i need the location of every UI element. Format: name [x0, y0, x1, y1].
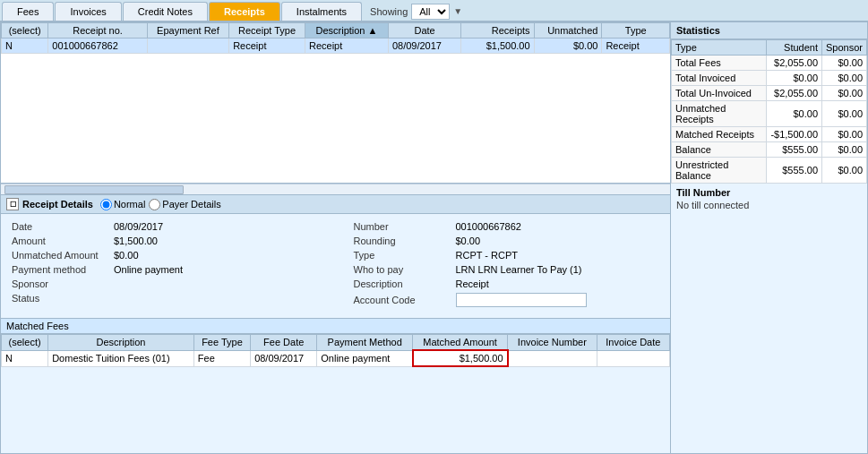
stats-label: Matched Receipts [672, 127, 767, 142]
mcol-desc[interactable]: Description [48, 335, 194, 351]
mcell-invoicedate [597, 350, 669, 366]
left-section: (select) Receipt no. Epayment Ref Receip… [0, 21, 671, 454]
cell-epayment [147, 39, 228, 54]
cell-unmatched: $0.00 [534, 39, 602, 54]
detail-status-label: Status [12, 293, 110, 304]
mcell-feedate: 08/09/2017 [251, 350, 317, 366]
cell-type: Receipt [602, 39, 670, 54]
mcol-feetype[interactable]: Fee Type [193, 335, 250, 351]
details-col-left: Date 08/09/2017 Amount $1,500.00 Unmatch… [12, 221, 318, 311]
tab-receipts[interactable]: Receipts [209, 2, 280, 21]
stats-row: Unrestricted Balance $555.00 $0.00 [672, 158, 867, 184]
detail-payment-row: Payment method Online payment [12, 264, 318, 275]
scroll-thumb[interactable] [4, 185, 184, 194]
cell-receipt-type: Receipt [229, 39, 305, 54]
mcell-invoice [508, 350, 597, 366]
detail-payment-label: Payment method [12, 264, 110, 275]
radio-payer-label[interactable]: Payer Details [149, 199, 220, 210]
detail-amount-row: Amount $1,500.00 [12, 236, 318, 246]
col-header-epayment[interactable]: Epayment Ref [147, 23, 228, 39]
mcell-select: N [2, 350, 48, 366]
detail-number-value: 001000667862 [456, 221, 521, 232]
detail-unmatched-value: $0.00 [114, 250, 139, 261]
detail-type-row: Type RCPT - RCPT [354, 250, 660, 261]
col-header-description[interactable]: Description ▲ [305, 23, 388, 39]
stats-row: Total Un-Invoiced $2,055.00 $0.00 [672, 86, 867, 101]
stats-col-sponsor: Sponsor [822, 40, 867, 56]
receipt-icon: ☐ [6, 198, 19, 210]
mcell-matched-amount: $1,500.00 [413, 350, 508, 366]
stats-row: Matched Receipts -$1,500.00 $0.00 [672, 127, 867, 142]
detail-amount-label: Amount [12, 236, 110, 246]
stats-student: $555.00 [767, 158, 822, 184]
detail-type-value: RCPT - RCPT [456, 250, 518, 261]
detail-account-input[interactable] [456, 293, 587, 307]
col-header-type[interactable]: Type [602, 23, 670, 39]
details-body: Date 08/09/2017 Amount $1,500.00 Unmatch… [1, 214, 670, 318]
mcol-payment[interactable]: Payment Method [317, 335, 413, 351]
mcell-feetype: Fee [193, 350, 250, 366]
detail-type-label: Type [354, 250, 452, 261]
col-header-receipts[interactable]: Receipts [461, 23, 534, 39]
tab-credit-notes[interactable]: Credit Notes [123, 2, 208, 21]
stats-sponsor: $0.00 [822, 101, 867, 127]
col-header-receipt-type[interactable]: Receipt Type [229, 23, 305, 39]
tab-instalments[interactable]: Instalments [281, 2, 362, 21]
radio-payer[interactable] [149, 199, 160, 210]
matched-row[interactable]: N Domestic Tuition Fees (01) Fee 08/09/2… [2, 350, 670, 366]
detail-date-label: Date [12, 221, 110, 232]
till-section: Till Number No till connected [671, 184, 867, 214]
mcol-invoice[interactable]: Invoice Number [508, 335, 597, 351]
stats-sponsor: $0.00 [822, 86, 867, 101]
table-row[interactable]: N 001000667862 Receipt Receipt 08/09/201… [2, 39, 670, 54]
stats-sponsor: $0.00 [822, 56, 867, 71]
details-col-right: Number 001000667862 Rounding $0.00 Type … [354, 221, 660, 311]
stats-label: Unrestricted Balance [672, 158, 767, 184]
horizontal-scrollbar[interactable] [1, 184, 670, 194]
mcol-invoicedate[interactable]: Invoice Date [597, 335, 669, 351]
detail-payment-value: Online payment [114, 264, 183, 275]
detail-rounding-label: Rounding [354, 236, 452, 246]
mcol-matched[interactable]: Matched Amount [413, 335, 508, 351]
receipts-table: (select) Receipt no. Epayment Ref Receip… [1, 22, 670, 54]
table-container[interactable]: (select) Receipt no. Epayment Ref Receip… [1, 22, 670, 184]
dropdown-arrow-icon: ▼ [453, 6, 462, 16]
till-header: Till Number [676, 187, 862, 198]
cell-description: Receipt [305, 39, 388, 54]
stats-label: Total Fees [672, 56, 767, 71]
col-header-unmatched[interactable]: Unmatched [534, 23, 602, 39]
detail-sponsor-row: Sponsor [12, 278, 318, 289]
detail-status-row: Status [12, 293, 318, 304]
tab-invoices[interactable]: Invoices [55, 2, 121, 21]
col-header-receipt-no[interactable]: Receipt no. [48, 23, 147, 39]
cell-date: 08/09/2017 [388, 39, 460, 54]
detail-number-label: Number [354, 221, 452, 232]
radio-normal-label[interactable]: Normal [100, 199, 145, 210]
main-container: Fees Invoices Credit Notes Receipts Inst… [0, 0, 868, 454]
detail-date-value: 08/09/2017 [114, 221, 163, 232]
stats-sponsor: $0.00 [822, 158, 867, 184]
tab-bar: Fees Invoices Credit Notes Receipts Inst… [0, 0, 868, 21]
stats-student: $2,055.00 [767, 56, 822, 71]
stats-label: Balance [672, 142, 767, 158]
content-area: (select) Receipt no. Epayment Ref Receip… [0, 21, 868, 454]
col-header-date[interactable]: Date [388, 23, 460, 39]
tab-fees[interactable]: Fees [2, 2, 54, 21]
stats-student: $2,055.00 [767, 86, 822, 101]
mcol-feedate[interactable]: Fee Date [251, 335, 317, 351]
right-panel: Statistics Type Student Sponsor Total Fe… [671, 21, 868, 454]
stats-row: Total Fees $2,055.00 $0.00 [672, 56, 867, 71]
detail-whoto-row: Who to pay LRN LRN Learner To Pay (1) [354, 264, 660, 275]
col-header-select: (select) [2, 23, 48, 39]
detail-amount-value: $1,500.00 [114, 236, 158, 246]
detail-number-row: Number 001000667862 [354, 221, 660, 232]
detail-rounding-value: $0.00 [456, 236, 481, 246]
detail-rounding-row: Rounding $0.00 [354, 236, 660, 246]
radio-normal[interactable] [100, 199, 112, 210]
detail-desc-row: Description Receipt [354, 278, 660, 289]
mcell-desc: Domestic Tuition Fees (01) [48, 350, 194, 366]
radio-payer-text: Payer Details [162, 199, 220, 210]
showing-select[interactable]: All [411, 4, 450, 20]
receipt-details-panel: ☐ Receipt Details Normal Payer Details [1, 194, 670, 453]
stats-row: Total Invoiced $0.00 $0.00 [672, 71, 867, 86]
